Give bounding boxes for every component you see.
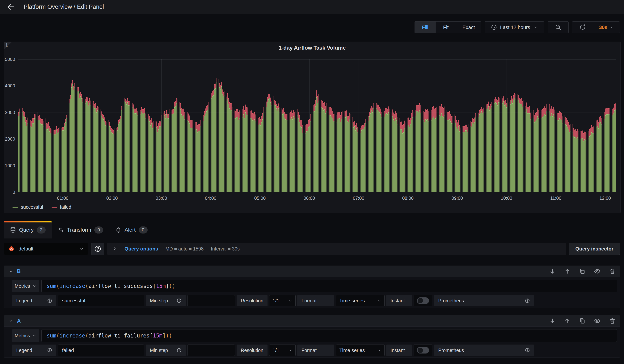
query-editor-row-b: Metrics sum(increase(airflow_ti_successe… <box>12 280 617 292</box>
page-title: Platform Overview / Edit Panel <box>24 3 104 10</box>
chart-canvas[interactable] <box>18 59 616 192</box>
query-actions-b <box>549 268 615 274</box>
min-step-option-label: Min step <box>146 295 186 306</box>
time-range-label: Last 12 hours <box>500 24 530 30</box>
editor-mode-dropdown[interactable]: Metrics <box>12 280 39 292</box>
info-circle-icon[interactable] <box>177 298 182 303</box>
format-select[interactable]: Time series <box>336 295 385 306</box>
move-down-icon[interactable] <box>549 318 555 324</box>
label-text: Min step <box>150 348 168 353</box>
trash-icon[interactable] <box>609 318 615 324</box>
tab-label: Alert <box>125 227 135 233</box>
info-circle-icon[interactable] <box>525 348 530 353</box>
display-mode-fill[interactable]: Fill <box>415 22 436 33</box>
promql-token: sum <box>47 333 56 339</box>
chart-plot-area[interactable] <box>18 59 616 192</box>
query-header-a[interactable]: A <box>4 315 620 327</box>
info-circle-icon[interactable] <box>177 348 182 353</box>
x-tick-label: 01:00 <box>57 195 68 201</box>
x-tick-label: 05:00 <box>254 195 266 201</box>
grafana-edit-panel: Platform Overview / Edit Panel Fill Fit … <box>0 0 624 364</box>
legend-input[interactable] <box>58 344 144 356</box>
move-up-icon[interactable] <box>564 318 570 324</box>
query-options-toggle[interactable]: Query options MD = auto = 1598 Interval … <box>107 243 566 255</box>
legend-input[interactable] <box>58 295 144 306</box>
refresh-icon <box>579 24 586 30</box>
duplicate-icon[interactable] <box>579 318 585 324</box>
toggle-track <box>417 347 429 354</box>
chart-title: 1-day Airflow Task Volume <box>4 45 620 51</box>
min-step-input[interactable] <box>187 295 235 306</box>
zoom-out-group <box>548 21 569 33</box>
promql-token: sum <box>47 283 56 289</box>
x-tick-label: 07:00 <box>353 195 364 201</box>
hide-response-eye-icon[interactable] <box>594 268 600 274</box>
tab-transform[interactable]: Transform 0 <box>52 221 109 239</box>
query-actions-a <box>549 318 615 324</box>
x-tick-label: 04:00 <box>205 195 216 201</box>
collapse-chevron-icon[interactable] <box>9 269 13 274</box>
resolution-select[interactable]: 1/1 <box>269 344 296 356</box>
time-picker-group: Last 12 hours <box>485 21 544 33</box>
chevron-down-icon <box>377 348 381 352</box>
duplicate-icon[interactable] <box>579 268 585 274</box>
info-circle-icon[interactable] <box>525 298 530 303</box>
tab-query[interactable]: Query 2 <box>4 221 52 239</box>
y-tick-label: 2000 <box>4 136 15 142</box>
zoom-out-button[interactable] <box>548 22 569 33</box>
instant-option-label: Instant <box>386 344 412 356</box>
tab-alert[interactable]: Alert 0 <box>109 221 154 239</box>
move-up-icon[interactable] <box>564 268 570 274</box>
datasource-help-button[interactable] <box>91 243 104 255</box>
y-tick-label: 1000 <box>4 163 15 169</box>
legend-item-successful[interactable]: successful <box>12 204 43 210</box>
legend-item-failed[interactable]: failed <box>52 204 71 210</box>
back-arrow-button[interactable] <box>5 1 16 12</box>
refresh-interval-dropdown[interactable]: 30s <box>593 22 620 33</box>
format-option-label: Format <box>297 295 334 306</box>
label-text: Resolution <box>241 298 263 304</box>
collapse-chevron-icon[interactable] <box>9 319 13 323</box>
label-text: Prometheus <box>438 298 464 304</box>
format-select[interactable]: Time series <box>336 344 385 356</box>
time-range-picker[interactable]: Last 12 hours <box>485 22 544 33</box>
display-mode-exact[interactable]: Exact <box>456 22 481 33</box>
x-axis: 01:0002:0003:0004:0005:0006:0007:0008:00… <box>18 195 616 202</box>
label-text: Instant <box>390 348 405 353</box>
y-tick-label: 0 <box>4 190 15 195</box>
query-header-b[interactable]: B <box>4 266 620 277</box>
instant-toggle[interactable] <box>414 295 432 306</box>
info-circle-icon[interactable] <box>47 298 52 303</box>
chevron-down-icon <box>79 246 84 251</box>
label-text: Legend <box>16 298 32 304</box>
hide-response-eye-icon[interactable] <box>594 318 600 324</box>
promql-token: airflow_ti_successes <box>88 283 153 289</box>
datasource-select[interactable]: default <box>4 243 88 255</box>
refresh-button[interactable] <box>572 22 593 33</box>
promql-token: [ <box>153 283 156 289</box>
promql-token: ( <box>56 333 60 339</box>
editor-mode-dropdown[interactable]: Metrics <box>12 329 39 342</box>
query-options-row-b: Legend Min step Resolution 1/1 Format <box>12 295 617 306</box>
tab-label: Query <box>19 227 34 233</box>
magnifier-minus-icon <box>555 24 561 30</box>
info-circle-icon[interactable] <box>47 348 52 353</box>
promql-token: ( <box>85 283 88 289</box>
query-options-row-a: Legend Min step Resolution 1/1 Format <box>12 344 617 356</box>
format-value: Time series <box>339 298 365 304</box>
trash-icon[interactable] <box>609 268 615 274</box>
display-mode-fit[interactable]: Fit <box>436 22 456 33</box>
label-text: Legend <box>16 348 32 353</box>
query-inspector-button[interactable]: Query inspector <box>569 243 620 255</box>
instant-toggle[interactable] <box>414 344 432 356</box>
move-down-icon[interactable] <box>549 268 555 274</box>
min-step-input[interactable] <box>187 344 235 356</box>
label-text: Resolution <box>241 348 263 353</box>
query-editor-row-a: Metrics sum(increase(airflow_ti_failures… <box>12 329 617 342</box>
promql-expression-input-b[interactable]: sum(increase(airflow_ti_successes[15m])) <box>41 280 617 292</box>
chevron-right-icon <box>112 246 117 251</box>
tab-transform-count-badge: 0 <box>94 226 103 234</box>
promql-expression-input-a[interactable]: sum(increase(airflow_ti_failures[15m])) <box>41 329 617 342</box>
resolution-select[interactable]: 1/1 <box>269 295 296 306</box>
query-inspector-label: Query inspector <box>575 246 613 252</box>
